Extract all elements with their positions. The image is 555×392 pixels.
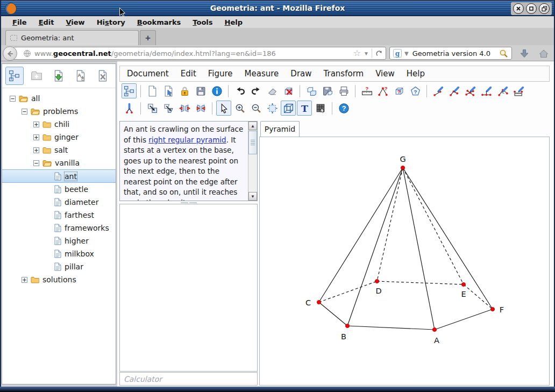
perpendicular-tool-button[interactable] (479, 83, 494, 98)
tree-item-milkbox[interactable]: milkbox (2, 247, 116, 260)
layoff-tool-button[interactable] (511, 83, 526, 98)
collapse-toggle[interactable]: − (33, 160, 39, 166)
tree-item-solutions[interactable]: +solutions (2, 273, 116, 286)
scale-up-button[interactable] (177, 101, 192, 116)
new-tab-button[interactable]: + (140, 30, 156, 45)
notes-panel[interactable] (119, 204, 258, 372)
tree-item-higher[interactable]: higher (2, 234, 116, 247)
volume-button[interactable]: ? (392, 83, 407, 98)
fit-view-button[interactable] (265, 101, 280, 116)
new-document-button[interactable] (145, 83, 160, 98)
vertex-E[interactable] (461, 282, 465, 286)
downloads-button[interactable] (517, 47, 531, 60)
tree-item-frameworks[interactable]: frameworks (2, 222, 116, 234)
pyramid-link[interactable]: right regular pyramid (148, 136, 226, 144)
scale-down-button[interactable] (193, 101, 208, 116)
tree-item-all[interactable]: −all (2, 92, 116, 105)
vertex-B[interactable] (345, 324, 349, 327)
delete-document-button[interactable] (94, 67, 112, 85)
minimize-button[interactable] (526, 3, 537, 14)
new-folder-button[interactable] (27, 67, 46, 85)
open-document-button[interactable] (161, 83, 176, 98)
scroll-down-icon[interactable]: ▼ (248, 192, 257, 201)
faces-tool-button[interactable] (313, 101, 328, 116)
calculator-input[interactable] (119, 372, 258, 386)
angle-tool-button[interactable] (495, 83, 510, 98)
tree-item-problems[interactable]: −problems (2, 105, 116, 118)
history-dropdown-icon[interactable]: ▼ (364, 51, 369, 56)
expand-toggle[interactable]: + (33, 134, 39, 140)
expand-toggle[interactable]: + (33, 147, 39, 153)
tree-item-farthest[interactable]: farthest (2, 209, 116, 222)
back-button[interactable] (3, 46, 17, 61)
search-input[interactable] (411, 49, 496, 58)
tree-item-ant[interactable]: ant (2, 169, 116, 183)
divider-tool-button[interactable] (122, 101, 137, 116)
menu-view[interactable]: View (61, 17, 90, 27)
copy-figure-button[interactable] (304, 83, 319, 98)
app-menu-figure[interactable]: Figure (202, 69, 239, 79)
tree-item-diameter[interactable]: diameter (2, 196, 116, 209)
zoom-in-button[interactable] (232, 101, 247, 116)
help-button[interactable]: ? (336, 101, 351, 116)
tree-item-ginger[interactable]: +ginger (2, 131, 116, 144)
search-engine-dropdown[interactable]: ▼ (404, 51, 409, 56)
collapse-toggle[interactable]: − (10, 96, 16, 102)
tree-item-vanilla[interactable]: −vanilla (2, 156, 116, 169)
zoom-out-button[interactable] (248, 101, 264, 116)
delete-figure-button[interactable] (281, 83, 296, 98)
rename-document-button[interactable]: AB (72, 67, 90, 85)
lock-button[interactable] (177, 83, 192, 98)
title-bar[interactable]: Geometria: ant - Mozilla Firefox (1, 0, 554, 16)
navigator-button[interactable] (122, 83, 137, 98)
collapse-toggle[interactable]: − (22, 109, 27, 115)
print-button[interactable] (336, 83, 351, 98)
scroll-up-icon[interactable]: ▲ (248, 122, 257, 130)
menu-help[interactable]: Help (220, 17, 247, 27)
reload-icon[interactable] (375, 49, 382, 57)
vertex-D[interactable] (375, 279, 379, 283)
menu-tools[interactable]: Tools (188, 17, 217, 27)
app-menu-document[interactable]: Document (121, 69, 175, 79)
measure-angle-button[interactable]: ? (375, 83, 390, 98)
redo-button[interactable] (248, 83, 264, 98)
app-menu-edit[interactable]: Edit (175, 69, 202, 79)
home-button[interactable] (537, 47, 551, 60)
shear-button[interactable] (161, 101, 176, 116)
expand-toggle[interactable]: + (33, 122, 39, 127)
undo-button[interactable] (232, 83, 247, 98)
app-menu-draw[interactable]: Draw (284, 69, 317, 79)
bookmark-star-icon[interactable]: ☆ (353, 49, 361, 58)
info-button[interactable] (209, 83, 224, 98)
menu-history[interactable]: History (92, 17, 130, 27)
translate-button[interactable] (145, 101, 160, 116)
labels-button[interactable]: T (297, 101, 312, 116)
app-menu-transform[interactable]: Transform (318, 69, 370, 79)
menu-bookmarks[interactable]: Bookmarks (132, 17, 186, 27)
search-bar[interactable]: g ▼ (389, 47, 512, 60)
app-menu-help[interactable]: Help (401, 69, 431, 79)
pointer-button[interactable] (216, 101, 231, 116)
vertex-G[interactable] (401, 166, 404, 169)
navigator-button[interactable] (5, 67, 24, 85)
tree-item-beetle[interactable]: beetle (2, 183, 116, 196)
polyline-tool-button[interactable] (447, 83, 462, 98)
figure-panel[interactable]: GDECFBA (259, 137, 550, 386)
scrollbar-thumb[interactable] (248, 131, 257, 154)
text-scrollbar[interactable]: ▲ ▼ (248, 122, 257, 201)
vertex-A[interactable] (432, 327, 436, 331)
close-button[interactable] (513, 3, 524, 14)
menu-file[interactable]: File (8, 17, 32, 27)
url-bar[interactable]: www.geocentral.net/geometria/demo/index.… (13, 47, 386, 60)
wireframe-button[interactable] (281, 101, 296, 116)
search-magnifier-icon[interactable] (499, 49, 508, 58)
tree-item-pillar[interactable]: pillar (2, 260, 116, 273)
measure-distance-button[interactable]: ? (359, 83, 374, 98)
maximize-button[interactable] (539, 3, 550, 14)
vertex-F[interactable] (490, 307, 494, 311)
tree-item-chili[interactable]: +chili (2, 118, 116, 131)
tree-item-salt[interactable]: +salt (2, 144, 116, 156)
import-document-button[interactable] (49, 67, 68, 85)
segment-tool-button[interactable] (431, 83, 446, 98)
menu-edit[interactable]: Edit (34, 17, 59, 27)
